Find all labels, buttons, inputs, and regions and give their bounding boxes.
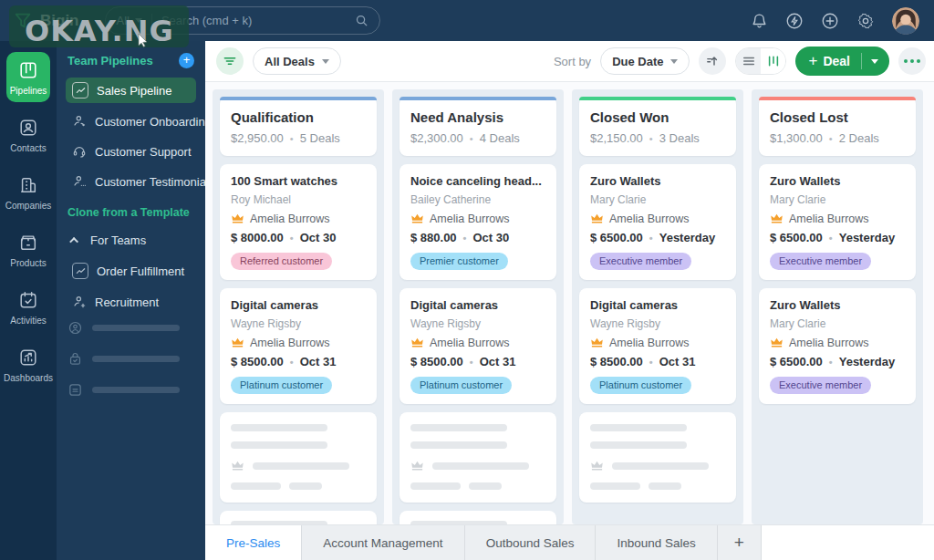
column-amount: $1,300.00 (770, 131, 823, 145)
tab-outbound-sales[interactable]: Outbound Sales (465, 525, 597, 560)
sidebar-item-recruitment[interactable]: Recruitment (66, 290, 196, 314)
deal-card[interactable]: Digital camerasWayne RigsbyAmelia Burrow… (220, 288, 377, 404)
headset-icon (72, 144, 87, 159)
person-quote-icon (72, 174, 87, 189)
deal-title: Digital cameras (231, 298, 366, 312)
sidebar-item-sales-pipeline[interactable]: Sales Pipeline (66, 78, 196, 103)
crown-icon (231, 212, 244, 225)
rail-item-dashboards[interactable]: Dashboards (6, 339, 50, 389)
more-options-button[interactable] (898, 47, 926, 75)
deal-title: Zuro Wallets (590, 174, 725, 188)
list-view-icon (742, 55, 755, 67)
deal-contact: Bailey Catherine (410, 193, 545, 206)
rail-item-activities[interactable]: Activities (6, 282, 50, 332)
deal-card[interactable]: 100 Smart watchesRoy MichaelAmelia Burro… (220, 164, 377, 280)
deal-owner: Amelia Burrows (250, 337, 330, 349)
deal-amount: $ 880.00 (410, 231, 457, 244)
add-deal-dropdown[interactable] (871, 47, 889, 76)
column-amount: $2,950.00 (231, 131, 284, 145)
pipelines-sidebar: Team Pipelines + Sales Pipeline Customer… (57, 41, 205, 560)
deal-title: 100 Smart watches (231, 174, 366, 188)
sidebar-group-for-teams[interactable]: For Teams (66, 229, 196, 252)
bell-icon[interactable] (750, 12, 768, 30)
deal-card[interactable]: Zuro WalletsMary ClarieAmelia Burrows$ 6… (579, 164, 736, 280)
deal-title: Digital cameras (410, 298, 545, 312)
skeleton-bar (231, 424, 327, 431)
sidebar-skeleton-item (67, 320, 194, 336)
deal-tag: Premier customer (410, 253, 508, 270)
skeleton-bar (410, 424, 507, 431)
avatar[interactable] (892, 7, 919, 35)
contact-icon (18, 118, 38, 138)
deal-filter-dropdown[interactable]: All Deals (253, 47, 341, 75)
app-logo[interactable]: Bigin (13, 11, 79, 31)
sidebar-item-label: Customer Testimonials (95, 175, 214, 189)
kanban-view-button[interactable] (761, 48, 785, 74)
skeleton-bar (590, 482, 640, 490)
deal-card[interactable]: Zuro WalletsMary ClarieAmelia Burrows$ 6… (759, 164, 916, 280)
sort-order-button[interactable] (699, 47, 726, 75)
add-pipeline-button[interactable]: + (179, 53, 194, 68)
sidebar-item-order-fulfillment[interactable]: Order Fulfillment (66, 258, 196, 284)
rail-item-products[interactable]: Products (6, 224, 50, 275)
column-deal-count: 3 Deals (659, 131, 700, 145)
clone-template-header: Clone from a Template (67, 206, 194, 219)
person-sync-icon (72, 114, 87, 129)
column-accent-bar (759, 97, 916, 100)
rail-item-pipelines[interactable]: Pipelines (6, 52, 50, 102)
deal-card[interactable]: Digital camerasWayne RigsbyAmelia Burrow… (579, 288, 736, 404)
bolt-circle-icon[interactable] (785, 12, 804, 30)
skeleton-bar (432, 462, 529, 470)
rail-item-contacts[interactable]: Contacts (6, 109, 50, 160)
filter-button[interactable] (216, 47, 244, 75)
skeleton-bar (590, 424, 687, 431)
tab-account-management[interactable]: Account Management (302, 525, 464, 560)
column-accent-bar (579, 97, 736, 100)
search-scope-dropdown[interactable]: All (117, 14, 142, 27)
deal-tag: Referred customer (231, 253, 332, 270)
search-icon (355, 14, 368, 27)
column-title: Need Analysis (410, 109, 545, 125)
dot-separator (470, 133, 473, 144)
tab-pre-sales[interactable]: Pre-Sales (205, 525, 302, 560)
deal-card[interactable]: Zuro WalletsMary ClarieAmelia Burrows$ 6… (759, 288, 916, 404)
dot-separator (829, 133, 833, 144)
deal-due-date: Oct 31 (480, 355, 516, 368)
filter-icon (223, 54, 237, 68)
plus-circle-icon[interactable] (821, 12, 839, 30)
add-deal-button[interactable]: + Deal (795, 47, 889, 76)
chevron-down-icon (322, 59, 329, 64)
view-toggle (735, 47, 786, 75)
dot-separator (649, 133, 653, 144)
rail-item-companies[interactable]: Companies (6, 167, 50, 217)
skeleton-card (220, 511, 377, 524)
sidebar-item-customer-support[interactable]: Customer Support (66, 140, 196, 163)
chevron-up-icon (69, 237, 78, 246)
board-toolbar: All Deals Sort by Due Date (205, 41, 934, 82)
tab-inbound-sales[interactable]: Inbound Sales (596, 525, 717, 560)
kanban-column: Closed Lost$1,300.002 DealsZuro WalletsM… (752, 89, 923, 524)
add-tab-button[interactable]: + (718, 525, 762, 560)
deal-amount: $ 8500.00 (231, 355, 284, 368)
rail-label: Dashboards (4, 373, 53, 383)
deal-card[interactable]: Noice canceling head...Bailey CatherineA… (400, 164, 556, 280)
sort-dropdown[interactable]: Due Date (600, 47, 690, 75)
sidebar-item-label: Order Fulfillment (97, 264, 184, 278)
sort-value: Due Date (612, 55, 663, 68)
crown-icon (410, 336, 424, 349)
search-bar[interactable]: All Search (cmd + k) (105, 6, 380, 35)
deal-due-date: Yesterday (659, 231, 715, 244)
sidebar-item-customer-testimonials[interactable]: Customer Testimonials (66, 170, 196, 193)
sidebar-item-customer-onboarding[interactable]: Customer Onboarding (66, 109, 196, 133)
deal-owner: Amelia Burrows (250, 213, 330, 225)
skeleton-bar (612, 462, 709, 470)
list-view-button[interactable] (736, 48, 761, 74)
gear-icon[interactable] (856, 12, 875, 30)
deal-due-date: Oct 31 (300, 355, 337, 368)
deal-title: Zuro Wallets (770, 174, 905, 188)
crown-icon (410, 459, 424, 472)
column-accent-bar (400, 97, 556, 100)
kanban-view-icon (767, 55, 780, 67)
column-deal-count: 2 Deals (839, 131, 879, 145)
deal-card[interactable]: Digital camerasWayne RigsbyAmelia Burrow… (400, 288, 556, 404)
